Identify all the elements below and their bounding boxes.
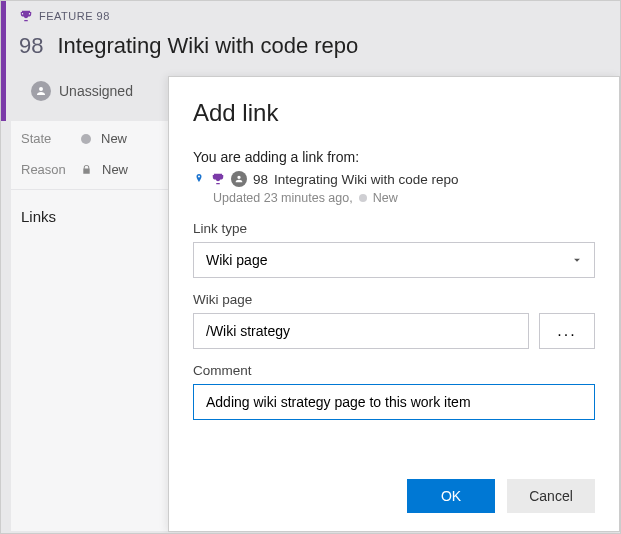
wiki-page-label: Wiki page xyxy=(193,292,595,307)
updated-text: Updated 23 minutes ago, xyxy=(213,191,353,205)
work-item-type-row: FEATURE 98 xyxy=(19,9,110,23)
trophy-icon xyxy=(211,172,225,186)
links-section-heading: Links xyxy=(11,189,171,243)
work-item-title: Integrating Wiki with code repo xyxy=(57,33,358,59)
link-type-value: Wiki page xyxy=(206,252,267,268)
reason-value: New xyxy=(102,162,128,177)
add-link-dialog: Add link You are adding a link from: 98 … xyxy=(168,76,620,532)
comment-label: Comment xyxy=(193,363,595,378)
assignee-value: Unassigned xyxy=(59,83,133,99)
linked-item-state: New xyxy=(373,191,398,205)
context-text: You are adding a link from: xyxy=(193,149,595,165)
linked-item-id: 98 xyxy=(253,172,268,187)
state-dot-icon xyxy=(359,194,367,202)
work-item-id: 98 xyxy=(19,33,43,59)
reason-label: Reason xyxy=(21,162,71,177)
state-label: State xyxy=(21,131,71,146)
person-icon xyxy=(31,81,51,101)
chevron-down-icon xyxy=(570,253,584,267)
work-item-type-label: FEATURE 98 xyxy=(39,10,110,22)
dialog-title: Add link xyxy=(193,99,595,127)
comment-input[interactable] xyxy=(193,384,595,420)
reason-field[interactable]: Reason New xyxy=(11,152,171,183)
linked-item-meta: Updated 23 minutes ago, New xyxy=(213,191,595,205)
pin-icon xyxy=(193,172,205,186)
browse-button[interactable]: ... xyxy=(539,313,595,349)
ok-button[interactable]: OK xyxy=(407,479,495,513)
state-field[interactable]: State New xyxy=(11,121,171,152)
identity-badge-icon xyxy=(231,171,247,187)
link-type-select[interactable]: Wiki page xyxy=(193,242,595,278)
lock-icon xyxy=(81,164,92,175)
wiki-page-input[interactable] xyxy=(193,313,529,349)
linked-item-title: Integrating Wiki with code repo xyxy=(274,172,459,187)
side-panel: State New Reason New Links xyxy=(11,121,171,531)
cancel-button[interactable]: Cancel xyxy=(507,479,595,513)
assignee-field[interactable]: Unassigned xyxy=(31,81,133,101)
state-value: New xyxy=(101,131,127,146)
work-item-title-row: 98 Integrating Wiki with code repo xyxy=(19,33,358,59)
trophy-icon xyxy=(19,9,33,23)
accent-bar xyxy=(1,1,6,121)
state-dot-icon xyxy=(81,134,91,144)
link-type-label: Link type xyxy=(193,221,595,236)
linked-item-row: 98 Integrating Wiki with code repo xyxy=(193,171,595,187)
